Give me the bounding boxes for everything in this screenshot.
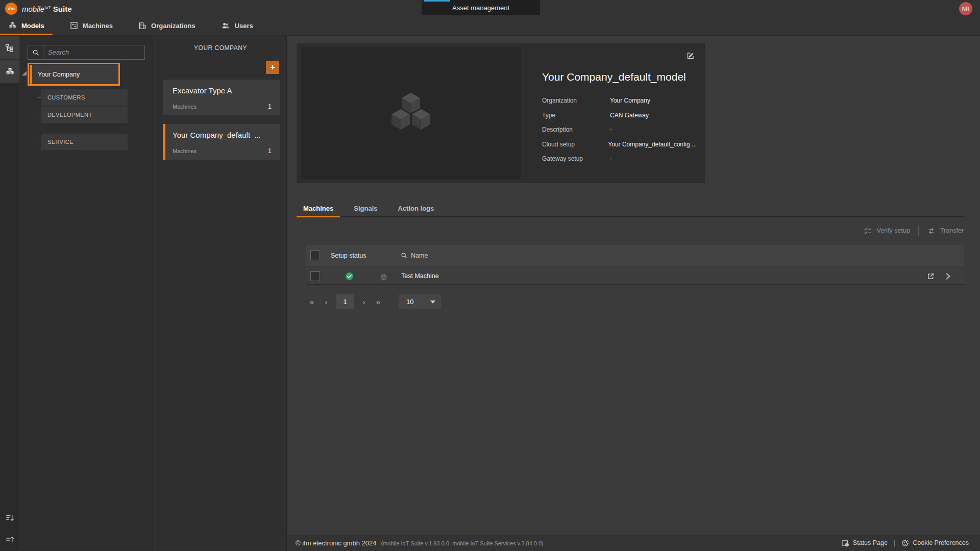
- model-card-title: Your Company_default_...: [173, 131, 272, 139]
- rail-bottom-tools: [0, 509, 19, 551]
- detail-tabs: Machines Signals Action logs: [297, 201, 964, 217]
- tree-node-service[interactable]: SERVICE: [41, 134, 128, 150]
- detail-row-description: Description -: [542, 122, 697, 137]
- search-input[interactable]: [43, 45, 144, 59]
- nav-tab-label: Machines: [83, 22, 113, 30]
- cubes-placeholder-icon: [386, 90, 435, 137]
- top-bar: ifm mobileIoT Suite Asset management NR: [0, 0, 980, 17]
- expand-all-button[interactable]: [0, 509, 19, 527]
- name-filter-input[interactable]: [411, 252, 707, 259]
- model-card-stat-value: 1: [268, 147, 272, 155]
- left-rail: [0, 36, 19, 551]
- tree-search: [28, 45, 145, 60]
- first-page-button[interactable]: «: [306, 297, 318, 306]
- detail-row-organization: Organization Your Company: [542, 93, 697, 108]
- models-icon: [8, 21, 17, 30]
- collapse-all-icon: [5, 535, 15, 544]
- brand[interactable]: ifm mobileIoT Suite: [0, 3, 72, 15]
- add-model-button[interactable]: +: [266, 61, 279, 74]
- user-avatar[interactable]: NR: [959, 2, 972, 15]
- tree-node-your-company-highlight[interactable]: Your Company: [28, 63, 120, 86]
- models-list-panel: YOUR COMPANY + Excavator Type A Machines…: [155, 36, 287, 551]
- caret-down-icon: [430, 300, 435, 304]
- prev-page-button[interactable]: ‹: [320, 297, 332, 306]
- ifm-logo-icon: ifm: [5, 3, 17, 15]
- name-filter-field: [401, 248, 707, 263]
- app-title: mobileIoT Suite: [22, 5, 72, 13]
- org-tree-panel: Your Company CUSTOMERS DEVELOPMENT SERVI…: [20, 36, 154, 551]
- organizations-icon: [138, 21, 146, 30]
- model-card-excavator[interactable]: Excavator Type A Machines 1: [163, 80, 280, 115]
- verify-setup-button[interactable]: Verify setup: [864, 227, 910, 235]
- tab-signals[interactable]: Signals: [347, 201, 384, 217]
- tree-node-label: Your Company: [30, 71, 80, 78]
- detail-label: Cloud setup: [542, 141, 608, 148]
- pagination: « ‹ 1 › » 10: [306, 294, 441, 309]
- tab-machines[interactable]: Machines: [297, 201, 340, 217]
- tree-connector-stub: [37, 142, 41, 142]
- app-title-iot: IoT: [44, 5, 51, 10]
- cookie-icon: [901, 539, 909, 547]
- tab-label: Signals: [354, 205, 377, 212]
- tree-expander-caret[interactable]: [22, 71, 27, 76]
- nav-tab-models[interactable]: Models: [0, 17, 53, 35]
- transfer-button[interactable]: Transfer: [927, 227, 964, 235]
- tree-node-label: CUSTOMERS: [47, 94, 85, 101]
- detail-label: Description: [542, 126, 610, 133]
- toolbar-divider: [918, 226, 919, 236]
- copyright-text: © ifm electronic gmbh 2024: [296, 539, 376, 547]
- status-page-icon: [841, 539, 849, 547]
- model-card-default-model[interactable]: Your Company_default_... Machines 1: [163, 124, 280, 160]
- nav-tab-machines[interactable]: Machines: [62, 17, 121, 35]
- status-pending-icon: [380, 273, 387, 283]
- row-expand-button[interactable]: [944, 272, 952, 282]
- machine-row-test-machine[interactable]: Test Machine: [306, 268, 964, 285]
- nav-tab-organizations[interactable]: Organizations: [130, 17, 204, 35]
- footer-links: Status Page | Cookie Preferences: [841, 539, 980, 547]
- main-nav: Models Machines Organizations Users: [0, 17, 980, 36]
- detail-label: Organization: [542, 97, 610, 104]
- detail-label: Gateway setup: [542, 155, 610, 162]
- tree-node-development[interactable]: DEVELOPMENT: [41, 107, 128, 123]
- current-page-button[interactable]: 1: [336, 294, 354, 309]
- selection-bar: [30, 65, 32, 84]
- detail-value: -: [610, 155, 612, 162]
- rail-models-view[interactable]: [0, 60, 19, 83]
- tree-connector-stub: [37, 115, 41, 115]
- chevron-right-icon: [944, 272, 952, 280]
- search-icon: [401, 252, 407, 259]
- machine-name: Test Machine: [401, 272, 439, 280]
- rail-hierarchy-view[interactable]: [0, 36, 19, 60]
- setup-ok-icon: [345, 272, 354, 283]
- select-all-checkbox[interactable]: [310, 251, 320, 260]
- users-icon: [221, 21, 230, 30]
- nav-tab-users[interactable]: Users: [213, 17, 261, 35]
- model-detail-area: Your Company_default_model Organization …: [287, 36, 980, 551]
- tree-node-label: DEVELOPMENT: [47, 112, 92, 118]
- open-machine-button[interactable]: [927, 272, 935, 282]
- page-size-select[interactable]: 10: [399, 294, 441, 309]
- verify-setup-label: Verify setup: [877, 227, 910, 234]
- footer: © ifm electronic gmbh 2024 (mobile IoT S…: [287, 535, 980, 551]
- cookie-preferences-label: Cookie Preferences: [913, 539, 969, 546]
- transfer-icon: [927, 227, 936, 235]
- nav-tab-label: Models: [21, 22, 44, 30]
- last-page-button[interactable]: »: [372, 297, 384, 306]
- detail-row-gateway-setup: Gateway setup -: [542, 152, 697, 166]
- cookie-preferences-link[interactable]: Cookie Preferences: [901, 539, 969, 547]
- tab-action-logs[interactable]: Action logs: [391, 201, 441, 217]
- search-icon: [28, 45, 43, 59]
- next-page-button[interactable]: ›: [358, 297, 370, 306]
- model-card-stat-label: Machines: [173, 148, 197, 154]
- machines-icon: [70, 21, 78, 30]
- detail-row-cloud-setup: Cloud setup Your Company_default_config …: [542, 137, 697, 152]
- row-checkbox[interactable]: [310, 271, 320, 281]
- tree-node-your-company[interactable]: Your Company: [30, 65, 118, 84]
- status-page-link[interactable]: Status Page: [841, 539, 888, 547]
- verify-setup-icon: [864, 227, 872, 235]
- hierarchy-icon: [5, 43, 14, 53]
- tree-connector-stub: [37, 97, 41, 98]
- collapse-all-button[interactable]: [0, 531, 19, 548]
- model-card-title: Excavator Type A: [173, 86, 272, 95]
- tree-node-customers[interactable]: CUSTOMERS: [41, 89, 128, 106]
